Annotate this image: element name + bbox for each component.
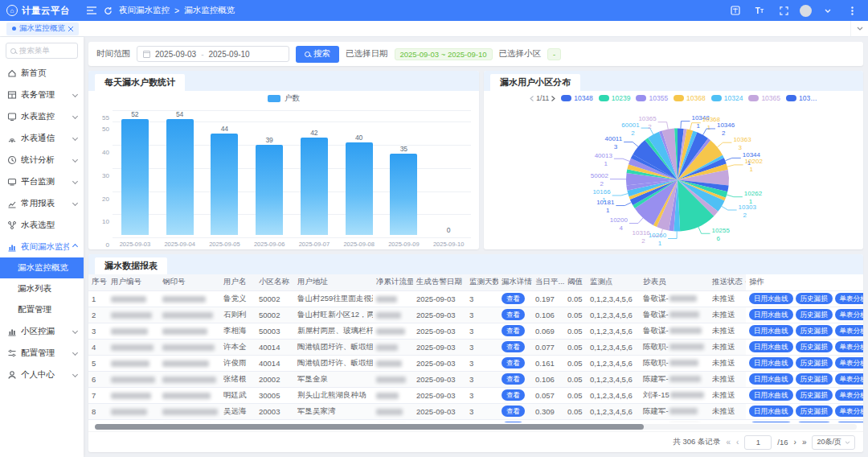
legend-next-icon[interactable]	[551, 96, 555, 101]
meter-analysis-button[interactable]: 单表分析	[835, 422, 864, 422]
legend-item-103…[interactable]: 103…	[786, 94, 817, 102]
last-page-button[interactable]: »	[802, 438, 807, 447]
bar-2025-09-05[interactable]: 44	[203, 110, 248, 235]
font-size-icon[interactable]: TT	[751, 2, 768, 19]
history-leak-button[interactable]: 历史漏损	[796, 325, 833, 336]
sidebar-subitem-配置管理[interactable]: 配置管理	[0, 299, 84, 320]
daily-water-curve-button[interactable]: 日用水曲线	[749, 309, 793, 320]
daily-water-curve-button[interactable]: 日用水曲线	[749, 373, 793, 385]
breadcrumb-section[interactable]: 夜间漏水监控	[119, 5, 170, 16]
view-details-button[interactable]: 查看	[502, 373, 525, 385]
breadcrumb-page[interactable]: 漏水监控概览	[184, 5, 235, 16]
sidebar-item-平台监测[interactable]: 平台监测	[0, 171, 84, 192]
history-leak-button[interactable]: 历史漏损	[796, 341, 833, 352]
legend-prev-icon[interactable]	[530, 96, 534, 101]
view-details-button[interactable]: 查看	[502, 341, 525, 352]
daily-water-curve-button[interactable]: 日用水曲线	[749, 357, 793, 368]
view-details-button[interactable]: 查看	[502, 389, 525, 401]
legend-item-10355[interactable]: 10355	[636, 94, 668, 102]
horizontal-scrollbar-thumb[interactable]	[95, 424, 644, 430]
sidebar-item-水表监控[interactable]: 水表监控	[0, 105, 84, 127]
view-details-button[interactable]: 查看	[502, 325, 525, 336]
history-leak-button[interactable]: 历史漏损	[796, 357, 833, 368]
tab-leak-overview[interactable]: 漏水监控概览	[6, 23, 79, 35]
daily-water-curve-button[interactable]: 日用水曲线	[749, 341, 793, 352]
meter-analysis-button[interactable]: 单表分析	[835, 341, 864, 352]
search-button[interactable]: 搜索	[296, 46, 339, 63]
page-number-input[interactable]: 1	[744, 435, 772, 450]
sidebar-item-新首页[interactable]: 新首页	[0, 62, 84, 84]
legend-item-10365[interactable]: 10365	[748, 94, 780, 102]
daily-water-curve-button[interactable]: 日用水曲线	[749, 406, 793, 417]
sidebar-subitem-漏水列表[interactable]: 漏水列表	[0, 278, 84, 299]
clock-icon	[7, 155, 17, 165]
user-avatar[interactable]	[800, 5, 812, 17]
collapse-menu-icon[interactable]	[84, 2, 100, 19]
sidebar-item-配置管理[interactable]: 配置管理	[0, 342, 84, 364]
history-leak-button[interactable]: 历史漏损	[796, 422, 833, 422]
tab-close-icon[interactable]	[68, 27, 73, 31]
sidebar-item-常用报表[interactable]: 常用报表	[0, 192, 84, 214]
meter-analysis-button[interactable]: 单表分析	[835, 357, 864, 368]
meter-analysis-button[interactable]: 单表分析	[835, 293, 864, 304]
daily-water-curve-button[interactable]: 日用水曲线	[749, 422, 793, 422]
history-leak-button[interactable]: 历史漏损	[796, 309, 833, 320]
sidebar-item-水表选型[interactable]: 水表选型	[0, 214, 84, 236]
language-icon[interactable]	[727, 2, 743, 19]
legend-item-10239[interactable]: 10239	[599, 94, 631, 102]
legend-item-10348[interactable]: 10348	[561, 94, 593, 102]
first-page-button[interactable]: «	[726, 438, 731, 447]
sidebar-item-统计分析[interactable]: 统计分析	[0, 149, 84, 171]
menu-search-input[interactable]: 搜索菜单	[6, 43, 78, 59]
meter-analysis-button[interactable]: 单表分析	[835, 325, 864, 336]
view-details-button[interactable]: 查看	[502, 357, 525, 368]
daily-water-curve-button[interactable]: 日用水曲线	[749, 293, 793, 304]
chevron-down-icon[interactable]	[820, 2, 836, 19]
column-header-小区名称: 小区名称	[256, 274, 294, 290]
bar-2025-09-10[interactable]: 0	[426, 110, 471, 235]
view-details-button[interactable]: 查看	[502, 293, 525, 304]
date-range-input[interactable]: 2025-09-03 - 2025-09-10	[137, 46, 289, 62]
refresh-icon[interactable]	[100, 2, 116, 19]
tabs-dropdown-icon[interactable]	[850, 21, 868, 36]
fullscreen-icon[interactable]	[776, 2, 792, 19]
history-leak-button[interactable]: 历史漏损	[796, 406, 833, 417]
sidebar-item-夜间漏水监控[interactable]: 夜间漏水监控	[0, 236, 84, 257]
meter-analysis-button[interactable]: 单表分析	[835, 309, 864, 320]
sidebar-item-水表通信[interactable]: 水表通信	[0, 127, 84, 149]
bar-2025-09-03[interactable]: 52	[113, 110, 158, 235]
bar-2025-09-09[interactable]: 35	[382, 110, 427, 235]
meter-analysis-button[interactable]: 单表分析	[835, 389, 864, 401]
legend-pager: 1/11	[530, 94, 555, 102]
table-row: 4许本全40014陶港镇团圩许、畈塅组2025-09-033查看0.0770.0…	[88, 339, 863, 355]
view-details-button[interactable]: 查看	[502, 309, 525, 320]
sidebar-item-个人中心[interactable]: 个人中心	[0, 364, 84, 385]
history-leak-button[interactable]: 历史漏损	[796, 389, 833, 401]
column-header-推送状态[interactable]: 推送状态▼	[709, 274, 746, 290]
sidebar-item-表务管理[interactable]: 表务管理	[0, 84, 84, 105]
daily-water-curve-button[interactable]: 日用水曲线	[749, 325, 793, 336]
cell-push-status: 未推送	[709, 339, 746, 355]
cell-net-flow-redacted	[373, 307, 413, 323]
meter-analysis-button[interactable]: 单表分析	[835, 406, 864, 417]
bar-2025-09-04[interactable]: 54	[158, 110, 203, 235]
meter-analysis-button[interactable]: 单表分析	[835, 373, 864, 385]
bar-chart-legend[interactable]: 户数	[88, 91, 479, 104]
more-options-icon[interactable]	[844, 2, 860, 19]
filter-icon[interactable]: ▼	[744, 280, 746, 285]
next-page-button[interactable]: ›	[794, 438, 796, 447]
legend-item-10324[interactable]: 10324	[711, 94, 743, 102]
view-details-button[interactable]: 查看	[502, 406, 525, 417]
prev-page-button[interactable]: ‹	[736, 438, 739, 447]
history-leak-button[interactable]: 历史漏损	[796, 293, 833, 304]
bar-2025-09-08[interactable]: 40	[337, 110, 382, 235]
history-leak-button[interactable]: 历史漏损	[796, 373, 833, 385]
page-size-select[interactable]: 20条/页	[812, 435, 855, 450]
bar-2025-09-07[interactable]: 42	[292, 110, 337, 235]
view-details-button[interactable]: 查看	[502, 422, 525, 422]
sidebar-subitem-漏水监控概览[interactable]: 漏水监控概览	[0, 257, 84, 278]
legend-item-10368[interactable]: 10368	[674, 94, 706, 102]
daily-water-curve-button[interactable]: 日用水曲线	[749, 389, 793, 401]
sidebar-item-小区控漏[interactable]: 小区控漏	[0, 320, 84, 342]
bar-2025-09-06[interactable]: 39	[247, 110, 292, 235]
